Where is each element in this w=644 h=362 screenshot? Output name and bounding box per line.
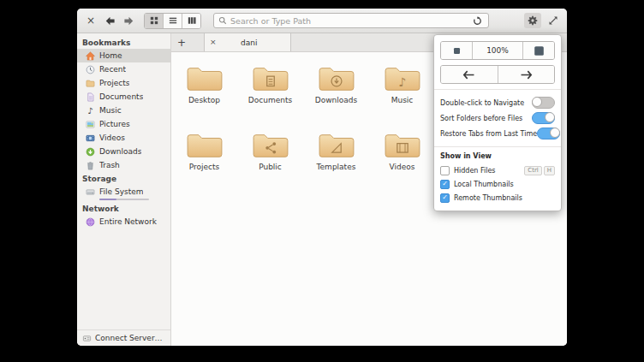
sidebar-item-recent[interactable]: Recent xyxy=(77,62,170,76)
grid-view-icon xyxy=(150,16,158,25)
check-icon: ✓ xyxy=(442,194,448,201)
check-icon: ✓ xyxy=(442,167,448,174)
column-view-button[interactable] xyxy=(182,14,200,28)
h-key-badge: H xyxy=(544,166,555,175)
history-forward-button[interactable] xyxy=(498,66,555,83)
sidebar-item-trash[interactable]: Trash xyxy=(77,158,170,172)
sidebar-item-pictures[interactable]: Pictures xyxy=(77,117,170,131)
restore-tabs-row: Restore Tabs from Last Time xyxy=(440,126,555,141)
tab-dani[interactable]: × dani xyxy=(204,33,291,51)
hidden-files-row: ✓ Hidden Files Ctrl H xyxy=(440,163,555,177)
folder-label: Desktop xyxy=(188,96,220,104)
folder-icon xyxy=(86,79,95,88)
separator xyxy=(434,89,561,90)
sidebar-item-downloads[interactable]: Downloads xyxy=(77,145,170,158)
sort-folders-toggle[interactable] xyxy=(532,112,555,124)
switch-label: Double-click to Navigate xyxy=(440,99,524,107)
folder-icon xyxy=(185,130,224,161)
window-close-button[interactable]: × xyxy=(84,13,98,28)
sidebar-section-storage: Storage xyxy=(77,172,170,185)
sidebar-item-entire-network[interactable]: Entire Network xyxy=(77,215,170,228)
sidebar-item-documents[interactable]: Documents xyxy=(77,90,170,104)
checkbox-label: Local Thumbnails xyxy=(454,181,514,188)
folder-videos[interactable]: Videos xyxy=(371,130,434,197)
folder-documents[interactable]: Documents xyxy=(239,63,302,130)
toolbar: × xyxy=(77,9,567,33)
expand-icon xyxy=(548,15,558,26)
folder-label: Videos xyxy=(390,163,415,171)
sidebar-section-network: Network xyxy=(77,202,170,215)
local-thumbnails-row: ✓ Local Thumbnails xyxy=(440,177,555,191)
check-icon: ✓ xyxy=(442,181,448,187)
forward-button[interactable] xyxy=(122,13,135,28)
zoom-in-button[interactable] xyxy=(523,42,554,59)
toggle-knob xyxy=(545,112,555,122)
folder-projects[interactable]: Projects xyxy=(173,130,236,197)
documents-icon xyxy=(86,92,95,102)
music-note-icon: ♪ xyxy=(86,106,95,116)
grid-view-button[interactable] xyxy=(145,14,164,28)
connect-server-button[interactable]: Connect Server… xyxy=(77,329,170,346)
sidebar-item-label: Music xyxy=(99,106,122,115)
folder-label: Documents xyxy=(248,96,292,104)
sidebar-spacer xyxy=(77,228,170,329)
network-icon xyxy=(86,217,95,227)
toggle-knob xyxy=(532,97,542,107)
settings-menu-button[interactable] xyxy=(524,13,541,28)
zoom-in-icon xyxy=(534,45,545,56)
restore-tabs-toggle[interactable] xyxy=(537,128,560,139)
path-search-bar xyxy=(213,13,489,28)
double-click-navigate-toggle[interactable] xyxy=(532,97,555,109)
sidebar-item-label: Documents xyxy=(99,92,143,101)
sidebar-item-label: Videos xyxy=(99,134,125,142)
zoom-level-button[interactable]: 100% xyxy=(473,42,523,59)
sidebar-item-label: Trash xyxy=(99,161,120,169)
sidebar-item-videos[interactable]: Videos xyxy=(77,131,170,145)
sidebar-item-file-system[interactable]: File System xyxy=(77,185,170,202)
folder-downloads[interactable]: Downloads xyxy=(305,63,368,130)
sidebar-item-projects[interactable]: Projects xyxy=(77,76,170,90)
history-buttons xyxy=(440,65,555,84)
search-icon xyxy=(218,16,227,25)
videos-icon xyxy=(86,134,95,143)
settings-popover: 100% Double-click to Navigate xyxy=(433,34,562,211)
tab-close-icon[interactable]: × xyxy=(210,39,217,46)
refresh-icon[interactable] xyxy=(470,13,484,28)
folder-label: Projects xyxy=(189,163,219,171)
sidebar: Bookmarks Home Recent Projects xyxy=(77,33,171,346)
zoom-out-icon xyxy=(451,45,462,56)
new-tab-button[interactable]: + xyxy=(171,33,192,51)
svg-text:♪: ♪ xyxy=(398,75,406,89)
local-thumbnails-checkbox[interactable]: ✓ xyxy=(440,180,450,189)
remote-thumbnails-checkbox[interactable]: ✓ xyxy=(440,193,450,203)
folder-videos-icon xyxy=(383,130,422,161)
folder-label: Templates xyxy=(317,163,356,171)
folder-icon xyxy=(185,63,224,94)
sidebar-item-music[interactable]: ♪ Music xyxy=(77,104,170,117)
hidden-files-checkbox[interactable]: ✓ xyxy=(440,166,450,175)
ctrl-key-badge: Ctrl xyxy=(524,166,541,175)
sidebar-item-home[interactable]: Home xyxy=(77,49,170,62)
list-view-button[interactable] xyxy=(164,14,182,28)
gear-icon xyxy=(527,15,539,27)
folder-templates[interactable]: Templates xyxy=(305,130,368,197)
history-back-button[interactable] xyxy=(441,66,498,83)
zoom-control: 100% xyxy=(440,41,555,60)
sidebar-item-label: Home xyxy=(99,51,122,60)
sidebar-item-label: Projects xyxy=(99,79,129,87)
disk-usage-bar xyxy=(99,199,149,200)
folder-label: Downloads xyxy=(315,96,357,104)
trash-icon xyxy=(86,161,95,170)
back-button[interactable] xyxy=(103,13,116,28)
fullscreen-button[interactable] xyxy=(546,13,560,28)
folder-public[interactable]: Public xyxy=(239,130,302,197)
close-icon: × xyxy=(86,15,95,26)
folder-music[interactable]: ♪ Music xyxy=(371,63,434,130)
arrow-left-icon xyxy=(462,70,475,80)
zoom-out-button[interactable] xyxy=(441,42,473,59)
folder-desktop[interactable]: Desktop xyxy=(173,63,236,130)
folder-templates-icon xyxy=(317,130,356,161)
search-input[interactable] xyxy=(230,16,467,26)
folder-music-icon: ♪ xyxy=(383,63,422,94)
sidebar-item-label: File System xyxy=(99,187,143,196)
